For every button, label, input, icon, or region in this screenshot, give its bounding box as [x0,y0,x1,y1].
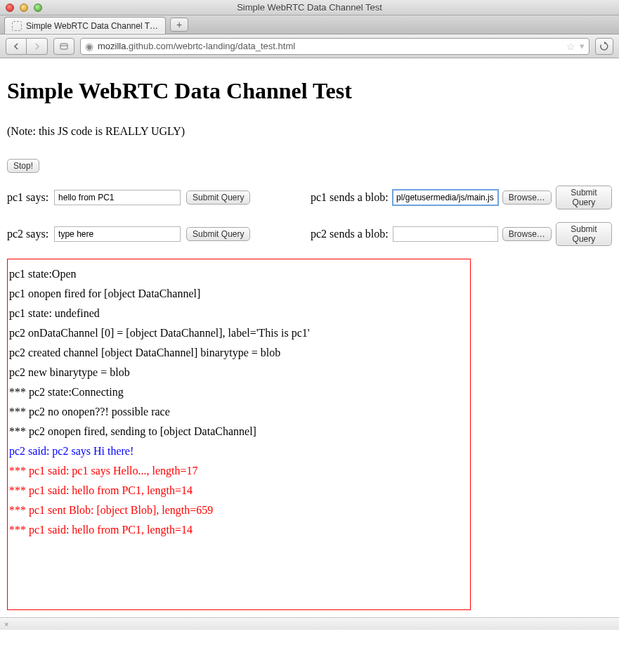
url-bar[interactable]: ◉ mozilla.github.com/webrtc-landing/data… [80,38,589,55]
window-titlebar: Simple WebRTC Data Channel Test [0,0,619,15]
svg-rect-0 [60,44,67,49]
reload-icon [599,41,609,51]
bookmark-star-icon[interactable]: ☆ [566,41,575,52]
window-title: Simple WebRTC Data Channel Test [0,2,619,13]
pc2-says-label: pc2 says: [7,228,48,240]
reload-button[interactable] [595,38,613,55]
url-path: github.com/webrtc-landing/data_test.html [129,41,295,51]
pc1-says-input[interactable] [54,190,181,205]
pc1-blob-file-input[interactable]: pl/getusermedia/js/main.js [393,190,498,205]
stop-button[interactable]: Stop! [7,159,39,173]
log-line: pc1 state:Open [9,268,470,280]
log-line: pc1 onopen fired for [object DataChannel… [9,287,470,300]
tab-title: Simple WebRTC Data Channel T… [26,21,158,31]
pc2-says-input[interactable] [54,226,181,242]
minimize-window-button[interactable] [20,4,28,12]
pc2-blob-label: pc2 sends a blob: [311,228,389,240]
pc1-says-label: pc1 says: [7,191,48,204]
zoom-window-button[interactable] [34,4,42,12]
recent-icon [60,43,68,50]
log-line: *** pc1 said: hello from PC1, length=14 [9,524,470,536]
recent-pages-button[interactable] [53,38,74,55]
log-line: *** pc2 state:Connecting [9,386,470,399]
page-note: (Note: this JS code is REALLY UGLY) [7,125,612,138]
pc2-blob-browse[interactable]: Browse… [502,227,552,241]
status-bar: × [0,617,619,630]
tab-strip: Simple WebRTC Data Channel T… + [0,15,619,34]
forward-icon [34,43,41,50]
pc1-blob-browse[interactable]: Browse… [502,190,552,205]
site-identity-icon: ◉ [85,41,93,52]
pc1-blob-submit[interactable]: Submit Query [556,186,612,209]
log-line: pc2 onDataChannel [0] = [object DataChan… [9,327,470,340]
pc2-says-submit[interactable]: Submit Query [186,227,250,241]
dropmarker-icon[interactable]: ▾ [580,41,585,51]
log-line: *** pc1 sent Blob: [object Blob], length… [9,504,470,517]
url-host: mozilla. [98,41,129,51]
pc1-says-submit[interactable]: Submit Query [186,190,250,205]
log-line: pc2 said: pc2 says Hi there! [9,445,470,458]
close-window-button[interactable] [6,4,14,12]
pc1-blob-label: pc1 sends a blob: [311,191,389,204]
log-output[interactable]: pc1 state:Openpc1 onopen fired for [obje… [7,259,471,610]
log-line: *** pc1 said: hello from PC1, length=14 [9,484,470,497]
log-line: *** pc2 no onopen??! possible race [9,406,470,418]
back-button[interactable] [6,38,27,55]
log-line: pc1 state: undefined [9,307,470,320]
pc2-blob-submit[interactable]: Submit Query [556,222,612,246]
tab-active[interactable]: Simple WebRTC Data Channel T… [4,17,166,34]
pc2-blob-file-input[interactable] [393,226,498,242]
back-icon [13,43,20,50]
page-content: Simple WebRTC Data Channel Test (Note: t… [0,58,619,617]
log-line: *** pc2 onopen fired, sending to [object… [9,425,470,438]
page-heading: Simple WebRTC Data Channel Test [7,78,612,104]
log-line: *** pc1 said: pc1 says Hello..., length=… [9,465,470,477]
forward-button[interactable] [27,38,48,55]
nav-toolbar: ◉ mozilla.github.com/webrtc-landing/data… [0,34,619,58]
log-line: pc2 new binarytype = blob [9,366,470,379]
tab-favicon [12,21,22,31]
status-close-icon[interactable]: × [4,620,8,628]
new-tab-button[interactable]: + [170,18,188,32]
log-line: pc2 created channel [object DataChannel]… [9,347,470,359]
